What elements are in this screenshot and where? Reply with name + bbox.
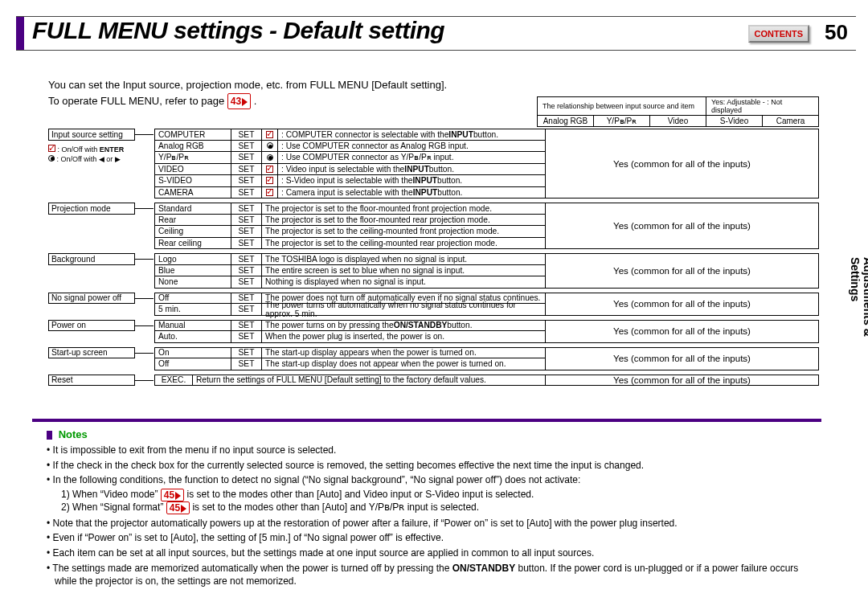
notes-header: Notes (47, 428, 819, 440)
note-item: Note that the projector automatically po… (55, 517, 819, 530)
note-item: If the check in the check box for the cu… (55, 459, 819, 472)
check-icon (262, 187, 278, 199)
note-item: In the following conditions, the functio… (55, 473, 819, 486)
set-label: SET (231, 347, 262, 359)
setting-description: Return the settings of FULL MENU [Defaul… (193, 375, 546, 387)
setting-description: When the power plug is inserted, the pow… (262, 331, 546, 343)
setting-description: The start-up display appears when the po… (262, 347, 546, 359)
check-icon (262, 129, 278, 141)
option-label: Ceiling (154, 226, 231, 238)
set-label: SET (231, 238, 262, 250)
option-label: Y/Pʙ/Pʀ (154, 152, 231, 164)
set-label: SET (231, 141, 262, 153)
option-label: Off (154, 358, 231, 370)
setting-description: : Video input is selectable with the INP… (278, 164, 546, 176)
note-item: The settings made are memorized automati… (55, 562, 819, 587)
option-label: Analog RGB (154, 141, 231, 153)
setting-description: : COMPUTER connector is selectable with … (278, 129, 546, 141)
contents-button[interactable]: CONTENTS (748, 25, 810, 43)
option-label: Logo (154, 253, 231, 265)
setting-description: : Camera input is selectable with the IN… (278, 187, 546, 199)
setting-description: The projector is set to the ceiling-moun… (262, 238, 546, 250)
option-label: Manual (154, 320, 231, 332)
set-label: SET (231, 215, 262, 227)
col-video: Video (650, 116, 706, 127)
adjustable-note: Yes (common for all of the inputs) (546, 347, 819, 370)
set-label: SET (231, 358, 262, 370)
option-label: Rear (154, 215, 231, 227)
set-label: SET (231, 203, 262, 215)
set-label: SET (231, 253, 262, 265)
page-link-45[interactable]: 45 (161, 489, 184, 501)
intro-line1: You can set the Input source, projection… (48, 77, 447, 93)
set-label: SET (231, 265, 262, 277)
setting-description: : S-Video input is selectable with the I… (278, 175, 546, 187)
header: FULL MENU settings - Default setting CON… (16, 17, 856, 51)
col-ypbpr: Y/Pʙ/Pʀ (594, 116, 650, 127)
category-label: Background (48, 253, 135, 265)
setting-description: The start-up display does not appear whe… (262, 358, 546, 370)
set-label: SET (231, 152, 262, 164)
page-title: FULL MENU settings - Default setting (32, 17, 444, 44)
option-label: Standard (154, 203, 231, 215)
note-item: It is impossible to exit from the menu i… (55, 444, 819, 456)
page: FULL MENU settings - Default setting CON… (16, 16, 856, 614)
radio-icon (262, 141, 278, 153)
adjustable-note: Yes (common for all of the inputs) (546, 203, 819, 249)
set-label: SET (231, 320, 262, 332)
set-label: SET (231, 187, 262, 199)
setting-description: The projector is set to the floor-mounte… (262, 203, 546, 215)
setting-description: The entire screen is set to blue when no… (262, 265, 546, 277)
radio-icon (262, 152, 278, 164)
intro-line2: To operate FULL MENU, refer to page 43 . (48, 93, 447, 110)
col-analog-rgb: Analog RGB (538, 116, 594, 127)
adjustable-note: Yes (common for all of the inputs) (546, 253, 819, 289)
set-label: SET (231, 175, 262, 187)
category-label: Power on (48, 320, 135, 332)
check-icon (262, 175, 278, 187)
set-label: SET (231, 276, 262, 289)
set-label: SET (231, 164, 262, 176)
set-label: SET (231, 304, 262, 316)
setting-description: Nothing is displayed when no signal is i… (262, 276, 546, 289)
notes-list: It is impossible to exit from the menu i… (47, 444, 819, 587)
category-label: Input source setting (48, 129, 135, 141)
note-subitem: 1) When “Video mode” 45 is set to the mo… (61, 489, 819, 501)
intro-text: You can set the Input source, projection… (48, 77, 447, 109)
setting-description: The projector is set to the floor-mounte… (262, 215, 546, 227)
note-item: Even if “Power on” is set to [Auto], the… (55, 531, 819, 544)
page-link-43[interactable]: 43 (227, 93, 251, 109)
option-label: VIDEO (154, 164, 231, 176)
adjustable-note: Yes (common for all of the inputs) (546, 320, 819, 343)
setting-description: The power turns off automatically when n… (262, 304, 546, 316)
icon-legend: : On/Off with ENTER : On/Off with ◀ or ▶ (48, 145, 145, 164)
option-label: Blue (154, 265, 231, 277)
setting-description: : Use COMPUTER connector as Analog RGB i… (278, 141, 546, 153)
option-label: 5 min. (154, 304, 231, 316)
notes-bullet-icon (47, 431, 52, 440)
notes-section: Notes It is impossible to exit from the … (47, 428, 819, 590)
adjustable-note: Yes (common for all of the inputs) (546, 375, 819, 387)
option-label: Off (154, 293, 231, 305)
set-label: SET (231, 129, 262, 141)
option-label: S-VIDEO (154, 175, 231, 187)
col-svideo: S-Video (706, 116, 763, 127)
option-label: CAMERA (154, 187, 231, 199)
set-label: EXEC. (154, 375, 193, 387)
setting-description: : Use COMPUTER connector as Y/Pʙ/Pʀ inpu… (278, 152, 546, 164)
setting-description: The power turns on by pressing the ON/ST… (262, 320, 546, 332)
page-link-45[interactable]: 45 (166, 501, 190, 514)
setting-description: The projector is set to the ceiling-moun… (262, 226, 546, 238)
option-label: None (154, 276, 231, 289)
adjustable-note: Yes (common for all of the inputs) (546, 293, 819, 316)
check-icon (262, 164, 278, 176)
note-item: Each item can be set at all input source… (55, 546, 819, 559)
section-divider (32, 419, 821, 422)
note-subitem: 2) When “Signal format” 45 is set to the… (61, 501, 819, 514)
set-label: SET (231, 331, 262, 343)
settings-tree: Input source settingCOMPUTERSET: COMPUTE… (48, 129, 819, 386)
adjustable-note: Yes (common for all of the inputs) (546, 129, 819, 199)
option-label: COMPUTER (154, 129, 231, 141)
option-label: Rear ceiling (154, 238, 231, 250)
category-label: Projection mode (48, 203, 135, 215)
